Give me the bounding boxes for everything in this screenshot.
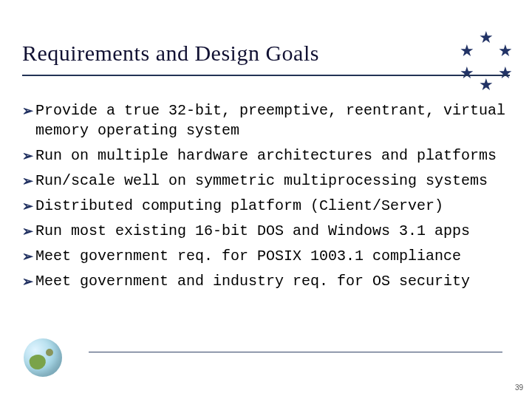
title-underline (22, 75, 510, 76)
list-item-text: Run on multiple hardware architectures a… (35, 146, 510, 166)
list-item: ➢ Meet government and industry req. for … (22, 271, 510, 291)
arrow-icon: ➢ (22, 273, 35, 290)
slide-title: Requirements and Design Goals (22, 41, 510, 66)
list-item: ➢ Meet government req. for POSIX 1003.1 … (22, 246, 510, 266)
slide: ★ ★ ★ ★ ★ ★ Requirements and Design Goal… (0, 0, 532, 399)
arrow-icon: ➢ (22, 172, 35, 190)
list-item: ➢ Run on multiple hardware architectures… (22, 146, 510, 166)
arrow-icon: ➢ (22, 197, 35, 215)
bullet-list: ➢ Provide a true 32-bit, preemptive, ree… (22, 89, 510, 291)
list-item-text: Run most existing 16-bit DOS and Windows… (35, 221, 510, 241)
list-item: ➢ Run/scale well on symmetric multiproce… (22, 171, 510, 191)
list-item-text: Provide a true 32-bit, preemptive, reent… (35, 100, 510, 140)
list-item-text: Meet government and industry req. for OS… (35, 271, 510, 291)
page-number: 39 (515, 383, 523, 392)
arrow-icon: ➢ (22, 147, 35, 165)
arrow-icon: ➢ (22, 248, 35, 265)
list-item: ➢ Provide a true 32-bit, preemptive, ree… (22, 100, 510, 140)
globe-icon (24, 338, 62, 377)
list-item-text: Run/scale well on symmetric multiprocess… (35, 171, 510, 191)
header: Requirements and Design Goals (22, 0, 510, 89)
footer-divider (89, 352, 502, 352)
arrow-icon: ➢ (22, 102, 35, 120)
list-item: ➢ Distributed computing platform (Client… (22, 196, 510, 216)
list-item-text: Distributed computing platform (Client/S… (35, 196, 510, 216)
list-item-text: Meet government req. for POSIX 1003.1 co… (35, 246, 510, 266)
list-item: ➢ Run most existing 16-bit DOS and Windo… (22, 221, 510, 241)
arrow-icon: ➢ (22, 222, 35, 240)
